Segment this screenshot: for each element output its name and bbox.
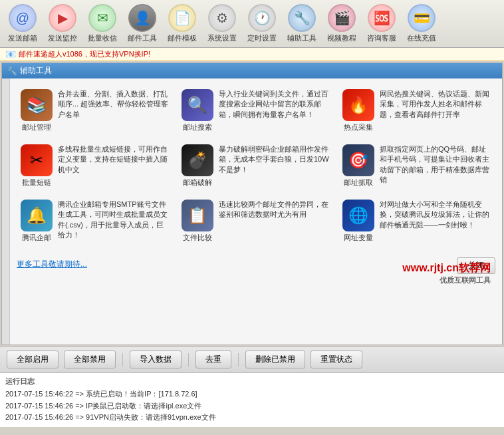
tool-address-manage[interactable]: 📚 邮址管理 合并去重、分割、插入数据、打乱顺序... 超强效率、帮你轻松管理客…: [17, 85, 174, 136]
toolbar-send-monitor-label: 发送监控: [48, 33, 77, 43]
action-bar: 全部启用 全部禁用 导入数据 去重 删除已禁用 重置状态: [0, 347, 504, 372]
toolbar-timer-settings[interactable]: 🕐 定时设置: [245, 3, 279, 45]
url-transform-tool-icon: 🌐: [342, 200, 374, 231]
disable-all-button[interactable]: 全部禁用: [64, 351, 116, 368]
batch-shortlink-desc: 多线程批量生成短链接，可用作自定义变量，支持在短链接中插入随机中文: [58, 144, 170, 175]
qq-enterprise-tool-icon: 🔔: [21, 200, 53, 231]
email-capture-desc: 抓取指定网页上的QQ号码、邮址和手机号码，可提集让中回收者主动留下的邮箱，用于精…: [380, 144, 491, 186]
window-title-text: 辅助工具: [20, 65, 52, 76]
tool-email-capture-block: 🎯 邮址抓取: [342, 144, 374, 188]
tool-hot-collect-block: 🔥 热点采集: [342, 89, 374, 132]
delete-disabled-button[interactable]: 删除已禁用: [245, 351, 305, 368]
tool-email-crack[interactable]: 💣 邮箱破解 暴力破解弱密码企业邮箱用作发件箱，无成本空手套白狼，日发10W不是…: [178, 140, 334, 192]
address-manage-name: 邮址管理: [22, 122, 51, 132]
address-search-tool-icon: 🔍: [182, 89, 213, 121]
log-entry-0: 2017-07-15 15:46:22 => 系统已启动！当前IP：[171.8…: [5, 388, 499, 400]
url-transform-name: 网址变量: [344, 233, 373, 243]
toolbar-email-template-label: 邮件模板: [168, 33, 197, 43]
info-icon: 📧: [5, 49, 16, 59]
tools-content: 📚 邮址管理 合并去重、分割、插入数据、打乱顺序... 超强效率、帮你轻松管理客…: [10, 78, 502, 345]
toolbar-batch-receive[interactable]: ✉ 批量收信: [85, 3, 120, 45]
system-settings-icon: ⚙: [208, 4, 236, 32]
video-tutorial-icon: 🎬: [328, 4, 356, 32]
hot-collect-tool-icon: 🔥: [342, 89, 374, 121]
aux-tools-window: 🔧 辅助工具 📚 邮址管理 合并去重、分割、插入数据、打乱顺序: [1, 63, 503, 345]
tool-file-compare-block: 📋 文件比较: [182, 200, 213, 243]
info-text: 邮件速递超人v1086，现已支持VPN换IP!: [19, 49, 150, 59]
log-title: 运行日志: [5, 376, 499, 386]
import-data-button[interactable]: 导入数据: [130, 351, 182, 368]
address-search-name: 邮址搜索: [183, 122, 212, 132]
wrench-icon: 🔧: [7, 67, 17, 76]
toolbar-address-manage-label: 邮件工具: [128, 33, 157, 43]
toolbar-video-tutorial[interactable]: 🎬 视频教程: [324, 3, 359, 45]
tool-batch-shortlink-block: ✂ 批量短链: [21, 144, 53, 188]
email-template-icon: 📄: [168, 4, 196, 32]
file-compare-desc: 迅速比较两个邮址文件的异同，在鉴别和筛选数据时尤为有用: [219, 200, 330, 220]
toolbar-online-recharge[interactable]: 💳 在线充值: [404, 3, 439, 45]
tool-grid: 📚 邮址管理 合并去重、分割、插入数据、打乱顺序... 超强效率、帮你轻松管理客…: [17, 85, 495, 247]
divider-2: [188, 353, 189, 366]
log-entry-1: 2017-07-15 15:46:26 => IP换鼠已启动敬：请选择ipl.e…: [5, 400, 499, 412]
tool-email-capture[interactable]: 🎯 邮址抓取 抓取指定网页上的QQ号码、邮址和手机号码，可提集让中回收者主动留下…: [338, 140, 495, 192]
dedup-button[interactable]: 去重: [195, 351, 231, 368]
url-transform-desc: 对网址做大小写和全半角随机变换，突破腾讯反垃圾算法，让你的邮件畅通无阻——一剑封…: [380, 200, 491, 230]
toolbar-system-settings[interactable]: ⚙ 系统设置: [205, 3, 239, 45]
aux-tools-icon: 🔧: [288, 4, 316, 32]
address-manage-tool-icon: 📚: [21, 89, 53, 121]
tool-batch-shortlink[interactable]: ✂ 批量短链 多线程批量生成短链接，可用作自定义变量，支持在短链接中插入随机中文: [17, 140, 174, 192]
qq-enterprise-desc: 腾讯企业邮箱专用SMTP账号文件生成工具，可同时生成批量成员文件(.csv)，用…: [58, 200, 170, 241]
address-manage-desc: 合并去重、分割、插入数据、打乱顺序... 超强效率、帮你轻松管理客户名单: [58, 89, 170, 120]
info-bar: 📧 邮件速递超人v1086，现已支持VPN换IP!: [0, 48, 504, 61]
consult-service-icon: 🆘: [368, 4, 396, 32]
close-row: 关闭: [457, 257, 495, 274]
online-recharge-icon: 💳: [408, 4, 436, 32]
toolbar-batch-receive-label: 批量收信: [88, 33, 117, 43]
log-area: 运行日志 2017-07-15 15:46:22 => 系统已启动！当前IP：[…: [0, 372, 504, 427]
more-tools-link[interactable]: 更多工具敬请期待...: [17, 256, 87, 273]
toolbar-send-email-label: 发送邮箱: [8, 33, 37, 43]
file-compare-tool-icon: 📋: [182, 200, 213, 231]
tool-file-compare[interactable]: 📋 文件比较 迅速比较两个邮址文件的异同，在鉴别和筛选数据时尤为有用: [178, 196, 334, 247]
toolbar-consult-service[interactable]: 🆘 咨询客服: [364, 3, 399, 45]
main-toolbar: @ 发送邮箱 ▶ 发送监控 ✉ 批量收信 👤 邮件工具 📄 邮件模板 ⚙ 系统设…: [0, 0, 504, 48]
hot-collect-name: 热点采集: [344, 122, 373, 132]
toolbar-aux-tools-label: 辅助工具: [287, 33, 316, 43]
batch-receive-icon: ✉: [88, 4, 116, 32]
toolbar-aux-tools[interactable]: 🔧 辅助工具: [285, 3, 319, 45]
email-crack-tool-icon: 💣: [182, 144, 213, 176]
email-crack-desc: 暴力破解弱密码企业邮箱用作发件箱，无成本空手套白狼，日发10W不是梦！: [219, 144, 330, 175]
window-titlebar: 🔧 辅助工具: [2, 63, 502, 78]
tool-url-transform[interactable]: 🌐 网址变量 对网址做大小写和全半角随机变换，突破腾讯反垃圾算法，让你的邮件畅通…: [338, 196, 495, 247]
address-search-desc: 导入行业关键词到关文件，通过百度搜索企业网站中留言的联系邮箱，瞬间拥有海量客户名…: [219, 89, 330, 120]
tool-hot-collect[interactable]: 🔥 热点采集 网民热搜关键词、热议话题、新闻采集，可用作发人姓名和邮件标题，查看…: [338, 85, 495, 136]
tool-address-manage-block: 📚 邮址管理: [21, 89, 53, 132]
send-monitor-icon: ▶: [49, 4, 76, 32]
tool-qq-enterprise[interactable]: 🔔 腾讯企邮 腾讯企业邮箱专用SMTP账号文件生成工具，可同时生成批量成员文件(…: [17, 196, 174, 247]
toolbar-online-recharge-label: 在线充值: [407, 33, 436, 43]
tool-address-search[interactable]: 🔍 邮址搜索 导入行业关键词到关文件，通过百度搜索企业网站中留言的联系邮箱，瞬间…: [178, 85, 334, 136]
window-body: 📚 邮址管理 合并去重、分割、插入数据、打乱顺序... 超强效率、帮你轻松管理客…: [2, 78, 502, 345]
toolbar-address-manage[interactable]: 👤 邮件工具: [125, 3, 160, 45]
qq-enterprise-name: 腾讯企邮: [22, 233, 51, 243]
toolbar-video-tutorial-label: 视频教程: [327, 33, 356, 43]
email-capture-tool-icon: 🎯: [342, 144, 374, 176]
email-capture-name: 邮址抓取: [344, 178, 373, 188]
toolbar-send-monitor[interactable]: ▶ 发送监控: [45, 3, 80, 45]
toolbar-send-email[interactable]: @ 发送邮箱: [5, 3, 40, 45]
toolbar-system-settings-label: 系统设置: [207, 33, 237, 43]
divider-1: [122, 353, 123, 366]
toolbar-timer-settings-label: 定时设置: [247, 33, 277, 43]
toolbar-email-template[interactable]: 📄 邮件模板: [165, 3, 199, 45]
send-email-icon: @: [9, 4, 37, 32]
tool-url-transform-block: 🌐 网址变量: [342, 200, 374, 243]
enable-all-button[interactable]: 全部启用: [7, 351, 59, 368]
log-entry-2: 2017-07-15 15:46:26 => 91VPN启动失败：请选择91vp…: [5, 412, 499, 424]
batch-shortlink-name: 批量短链: [22, 178, 51, 188]
window-title-area: 🔧 辅助工具: [7, 65, 52, 76]
batch-shortlink-tool-icon: ✂: [21, 144, 53, 176]
close-button[interactable]: 关闭: [457, 257, 495, 274]
address-manage-icon: 👤: [128, 4, 156, 32]
email-crack-name: 邮箱破解: [183, 178, 212, 188]
reset-status-button[interactable]: 重置状态: [311, 351, 362, 368]
